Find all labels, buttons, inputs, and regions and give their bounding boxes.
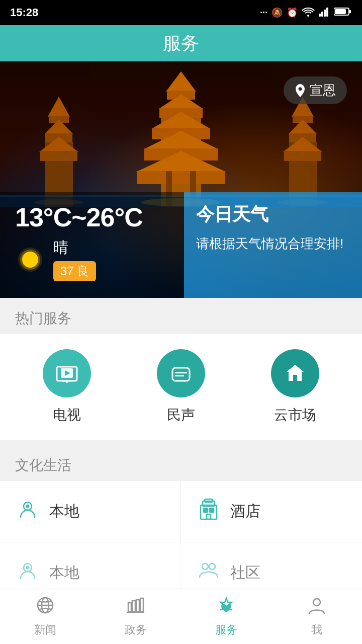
culture-item-hotel[interactable]: 酒店: [181, 481, 362, 542]
svg-rect-62: [207, 514, 211, 519]
temperature-range: 13°C~26°C: [15, 202, 169, 232]
svg-rect-54: [293, 375, 297, 381]
svg-point-58: [26, 505, 30, 508]
local-label: 本地: [49, 501, 79, 522]
nav-item-gov[interactable]: 政务: [90, 589, 181, 644]
battery-icon: [334, 7, 352, 19]
gov-icon: [126, 596, 145, 619]
me-icon: [307, 596, 326, 619]
svg-point-77: [313, 599, 320, 606]
news-label: 新闻: [34, 622, 56, 637]
svg-rect-18: [137, 171, 225, 184]
row2-right-icon: [196, 559, 221, 586]
time: 15:28: [10, 6, 38, 19]
svg-point-67: [202, 564, 208, 570]
row2-left-icon: [15, 559, 40, 586]
weather-condition-row: 晴 37 良: [15, 237, 169, 281]
svg-point-68: [209, 564, 215, 570]
hot-services-label: 热门服务: [0, 298, 362, 334]
svg-marker-24: [44, 119, 73, 134]
location-pin-icon: [295, 84, 306, 97]
svg-marker-9: [166, 71, 196, 92]
weather-left-panel: 13°C~26°C 晴 37 良: [0, 192, 184, 298]
local-icon: [15, 498, 40, 525]
news-icon: [36, 596, 55, 619]
tv-icon-circle: [43, 349, 91, 397]
market-icon-circle: [271, 349, 319, 397]
market-label: 云市场: [274, 406, 316, 425]
alarm-icon: ⏰: [287, 7, 298, 18]
svg-rect-60: [204, 508, 208, 512]
svg-rect-34: [284, 151, 321, 161]
weather-overlay: 13°C~26°C 晴 37 良 今日天气 请根据天气情况合理安排!: [0, 192, 362, 298]
svg-rect-59: [201, 505, 217, 519]
nav-item-me[interactable]: 我: [272, 589, 362, 644]
weather-right-panel: 今日天气 请根据天气情况合理安排!: [184, 192, 362, 298]
svg-point-66: [26, 566, 30, 570]
sun-icon: [15, 245, 45, 275]
svg-point-56: [298, 369, 301, 372]
signal-bars-icon: [319, 7, 330, 19]
row2-right-label: 社区: [230, 562, 260, 583]
service-icon: [217, 596, 236, 619]
svg-marker-11: [158, 94, 204, 109]
me-label: 我: [311, 622, 322, 637]
nav-item-service[interactable]: 服务: [181, 589, 272, 644]
svg-rect-74: [136, 600, 139, 612]
svg-rect-1: [319, 14, 321, 17]
mute-icon: 🔕: [272, 7, 283, 18]
voice-icon-circle: [157, 349, 205, 397]
svg-rect-61: [210, 508, 214, 512]
culture-section: 文化生活 本地: [0, 445, 362, 604]
header-title: 服务: [163, 31, 199, 56]
service-item-market[interactable]: 云市场: [271, 349, 319, 425]
svg-point-42: [18, 248, 42, 272]
svg-rect-7: [335, 9, 346, 14]
app-header: 服务: [0, 25, 362, 61]
svg-point-55: [289, 369, 292, 372]
hotel-label: 酒店: [230, 501, 260, 522]
culture-grid: 本地 酒店: [0, 481, 362, 604]
svg-rect-2: [321, 12, 323, 17]
svg-marker-22: [48, 97, 70, 117]
service-item-voice[interactable]: 民声: [157, 349, 205, 425]
svg-rect-3: [324, 10, 326, 17]
condition-label: 晴: [53, 237, 96, 258]
culture-label: 文化生活: [0, 445, 362, 481]
svg-rect-4: [326, 8, 328, 17]
status-icons: ··· 🔕 ⏰: [260, 7, 352, 19]
location-badge[interactable]: 宣恩: [284, 76, 347, 104]
svg-rect-73: [132, 601, 135, 612]
culture-item-local[interactable]: 本地: [0, 481, 181, 542]
weather-banner: 宣恩 13°C~26°C 晴 37 良 今日天气 请根据天气情况合理安: [0, 61, 362, 298]
svg-rect-72: [128, 603, 131, 612]
voice-label: 民声: [167, 406, 195, 425]
bottom-navigation: 新闻 政务 服务: [0, 589, 362, 644]
status-bar: 15:28 ··· 🔕 ⏰: [0, 0, 362, 25]
svg-rect-6: [349, 10, 351, 13]
wifi-icon: [302, 7, 315, 19]
hot-services-section: 电视 民声: [0, 334, 362, 440]
svg-point-0: [307, 15, 309, 17]
services-grid: 电视 民声: [0, 349, 362, 425]
row2-left-label: 本地: [49, 562, 79, 583]
today-weather-title: 今日天气: [196, 202, 350, 227]
aqi-badge: 37 良: [53, 261, 96, 281]
nav-item-news[interactable]: 新闻: [0, 589, 90, 644]
svg-rect-27: [40, 151, 77, 161]
location-name: 宣恩: [310, 82, 336, 99]
hotel-icon: [196, 498, 221, 525]
signal-dots: ···: [260, 8, 267, 18]
service-item-tv[interactable]: 电视: [43, 349, 91, 425]
tv-label: 电视: [53, 406, 81, 425]
service-label: 服务: [215, 622, 237, 637]
today-weather-description: 请根据天气情况合理安排!: [196, 234, 350, 254]
svg-rect-75: [140, 598, 143, 612]
weather-condition-text: 晴 37 良: [53, 237, 96, 281]
gov-label: 政务: [125, 622, 147, 637]
svg-marker-31: [288, 119, 317, 134]
